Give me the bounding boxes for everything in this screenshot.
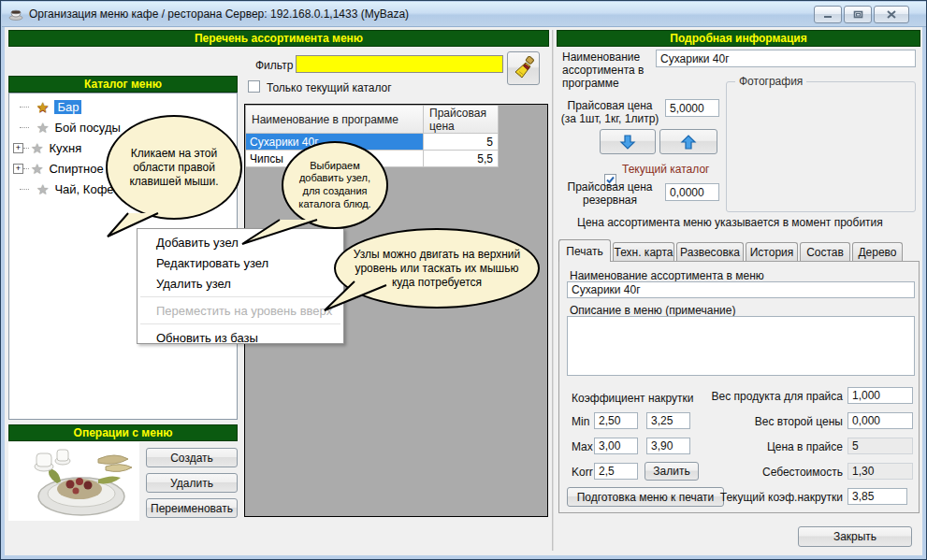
rename-button[interactable]: Переименовать [146,498,238,518]
column-header-name-label: Наименование в программе [252,113,398,126]
close-button[interactable]: Закрыть [798,526,912,547]
bubble-tail [102,210,169,240]
reserve-price-input[interactable] [665,183,719,201]
tab-label: История [750,246,794,259]
star-icon: ★ [31,141,43,155]
tree-item-label[interactable]: Бар [54,100,81,114]
tree-item-boy-posudy[interactable]: ★ Бой посуды [20,118,121,136]
menu-item-delete-node[interactable]: Удалить узел [138,273,343,294]
hint-bubble-right-click: Кликаем на этой области правой клавишей … [106,115,242,220]
korr-input[interactable] [594,463,638,480]
right-section-title: Подробная информация [670,32,806,45]
column-header-price[interactable]: Прайсовая цена [424,106,499,134]
menu-item-refresh-from-db[interactable]: Обновить из базы [138,327,343,348]
food-photo [8,442,139,521]
tab-label: Развесовка [680,246,740,259]
korr-label: Korr [572,466,593,479]
delete-button[interactable]: Удалить [146,473,238,493]
menu-name-input[interactable] [567,281,915,298]
left-section-title: Перечень ассортимента меню [195,32,363,45]
name-in-program-input[interactable] [656,50,916,67]
tab-label: Техн. карта [615,246,674,259]
tab-print[interactable]: Печать [558,239,611,262]
description-textarea[interactable] [567,316,915,376]
tree-item-spirtnoe[interactable]: + ★ Спиртное [13,159,104,178]
tree-item-label[interactable]: Спиртное [49,162,103,176]
titlebar[interactable]: Организация меню кафе / ресторана Сервер… [2,2,927,27]
weight-input[interactable] [847,387,913,404]
tree-item-label[interactable]: Бой посуды [54,121,120,135]
minimize-button[interactable] [814,6,842,23]
star-icon: ★ [31,162,43,176]
catalog-header: Каталог меню [8,76,238,93]
tree-item-bar[interactable]: ★ Бар [20,97,81,116]
column-header-name[interactable]: Наименование в программе [246,106,424,134]
price-list-label: Цена в прайсе [656,440,843,453]
tree-item-kuhnya[interactable]: + ★ Кухня [13,138,81,157]
operations-header: Операции с меню [8,424,238,441]
create-button[interactable]: Создать [146,448,238,467]
cost-value-text: 1,30 [852,465,874,478]
column-header-price-label: Прайсовая цена [429,107,498,133]
tree-connector [20,189,29,190]
price-at-sale-label: Цена ассортимента меню указывается в мом… [577,216,883,229]
cost-label: Себестоимость [656,466,843,479]
only-current-catalog-label: Только текущий каталог [267,81,392,94]
max-coef-input[interactable] [594,438,638,454]
only-current-catalog-checkbox[interactable] [248,80,260,93]
filter-label: Фильтр [255,59,293,72]
app-window: Организация меню кафе / ресторана Сервер… [0,0,927,560]
move-up-button[interactable] [659,129,717,154]
current-markup-label: Текущий коэф.накрутки [688,491,843,504]
menu-item-label: Удалить узел [156,277,231,291]
expand-plus-icon[interactable]: + [13,164,23,174]
close-window-button[interactable] [874,6,909,23]
tree-connector [20,107,29,108]
second-weight-input[interactable] [847,412,913,429]
rename-button-label: Переименовать [151,502,233,515]
maximize-button[interactable] [844,6,872,23]
tab-label: Состав [806,246,844,259]
table-cell-name: Чипсы [250,152,283,165]
price-input[interactable] [665,99,719,117]
min-label: Min [572,415,589,428]
tab-razvesovka[interactable]: Развесовка [676,242,744,262]
tree-item-chay-kofe[interactable]: ★ Чай, Кофе [20,179,114,198]
weight-label: Вес продукта для прайса [656,390,843,403]
tab-derevo[interactable]: Дерево [852,242,903,262]
close-button-label: Закрыть [833,530,876,543]
min-coef-input[interactable] [594,412,638,429]
menu-name-label: Наименование ассортимента в меню [570,269,764,282]
close-icon [887,10,896,19]
name-in-program-label: Наименование ассортимента в программе [562,50,656,90]
food-photo-image [8,442,139,521]
menu-separator [138,294,343,300]
move-down-button[interactable] [600,129,656,154]
current-markup-input[interactable] [847,488,907,505]
tree-connector [20,127,29,128]
tree-item-label[interactable]: Чай, Кофе [54,182,113,196]
tree-item-label[interactable]: Кухня [49,141,81,155]
filter-input[interactable] [296,55,503,73]
table-row-price-selected[interactable]: 5 [424,134,499,151]
delete-button-label: Удалить [170,477,213,490]
arrow-up-icon [680,134,697,151]
table-row-price[interactable]: 5,5 [424,151,499,167]
tree-connector [23,148,29,149]
tab-sostav[interactable]: Состав [800,242,850,262]
right-section-header: Подробная информация [557,30,920,47]
photo-group-label: Фотография [735,75,806,88]
menu-item-move-up-level: Переместить на уровень вверх [138,300,343,321]
clear-filter-button[interactable] [507,51,540,85]
table-cell-price: 5 [486,136,493,149]
maximize-icon [853,10,863,19]
tab-label: Печать [566,245,602,258]
tab-history[interactable]: История [746,242,798,262]
menu-item-label: Обновить из базы [156,331,258,345]
tab-tech-card[interactable]: Техн. карта [613,242,674,262]
create-button-label: Создать [170,452,213,465]
left-section-header: Перечень ассортимента меню [8,30,549,47]
expand-plus-icon[interactable]: + [13,143,23,153]
tree-connector [23,168,29,169]
menu-item-edit-node[interactable]: Редактировать узел [138,252,343,273]
